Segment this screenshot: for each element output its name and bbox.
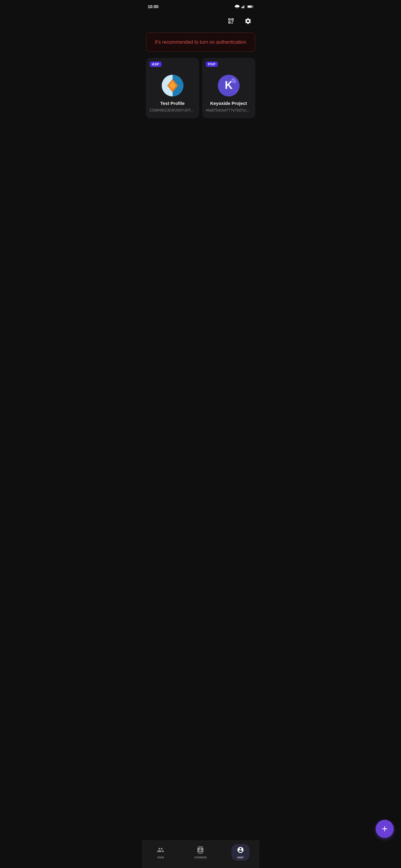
settings-button[interactable]: [241, 14, 255, 28]
qr-scan-button[interactable]: [225, 14, 238, 28]
svg-rect-3: [244, 5, 245, 8]
svg-rect-5: [248, 6, 252, 7]
profile-avatar-test: [162, 75, 183, 96]
profile-card-test[interactable]: ASP Test Profile CSWHI6IZJEWUN5YJHT...: [146, 58, 199, 118]
svg-point-14: [232, 79, 233, 80]
auth-warning-text: It's recommended to turn on authenticati…: [155, 39, 246, 44]
profile-name-test: Test Profile: [160, 101, 185, 106]
wifi-icon: [235, 5, 239, 8]
profile-card-keyoxide[interactable]: PGP K Keyoxide Project 44a875dcbef777e79…: [202, 58, 255, 118]
settings-icon: [245, 18, 252, 25]
profile-key-keyoxide: 44a875dcbef777e79d7cc...: [206, 108, 252, 113]
qr-code-icon: [228, 18, 235, 25]
profile-badge-pgp: PGP: [206, 61, 218, 67]
auth-warning-banner[interactable]: It's recommended to turn on authenticati…: [146, 33, 255, 52]
profiles-grid: ASP Test Profile CSWHI6IZJEWUN5YJHT...: [142, 54, 259, 122]
keyoxide-avatar-svg: K: [218, 75, 239, 96]
profile-badge-asp: ASP: [150, 61, 162, 67]
svg-point-13: [233, 81, 236, 83]
svg-rect-2: [243, 6, 244, 8]
status-time: 10:00: [148, 4, 159, 9]
profile-key-test: CSWHI6IZJEWUN5YJHT...: [150, 108, 196, 113]
profile-name-keyoxide: Keyoxide Project: [210, 101, 247, 106]
test-profile-avatar-svg: [162, 75, 183, 96]
svg-rect-0: [241, 7, 242, 8]
battery-icon: [248, 5, 254, 8]
status-bar: 10:00: [142, 0, 259, 12]
svg-rect-1: [242, 6, 242, 8]
profile-avatar-keyoxide: K: [218, 75, 239, 96]
signal-icon: [241, 5, 246, 8]
top-action-bar: [142, 12, 259, 30]
status-icons: [235, 5, 254, 8]
